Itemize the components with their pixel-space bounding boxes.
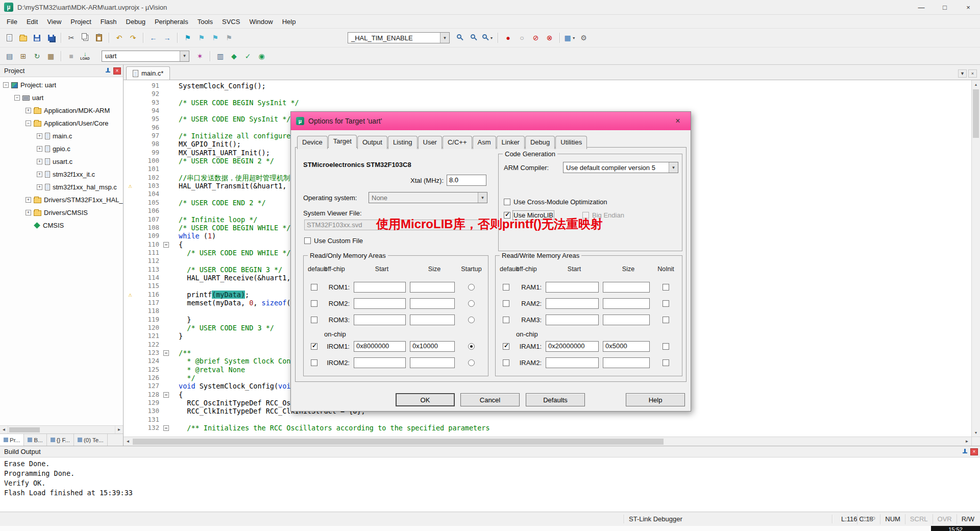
- xtal-input[interactable]: 8.0: [447, 175, 486, 186]
- tree-item-application-user-core[interactable]: −Application/User/Core: [0, 117, 123, 130]
- fold-toggle-icon[interactable]: [163, 425, 169, 431]
- rom1-startup-radio[interactable]: [468, 284, 475, 291]
- cancel-button[interactable]: Cancel: [460, 393, 520, 406]
- ram2-default-checkbox[interactable]: [503, 300, 509, 307]
- insert-breakpoint-icon[interactable]: ●: [502, 32, 514, 44]
- bookmark-previous-icon[interactable]: ⚑: [195, 32, 208, 44]
- tree-item-drivers-stm32f1xx-hal-driver[interactable]: +Drivers/STM32F1xx_HAL_Driver: [0, 194, 123, 206]
- dialog-tab-device[interactable]: Device: [297, 136, 328, 149]
- menu-peripherals[interactable]: Peripherals: [150, 16, 193, 28]
- bookmark-clear-icon[interactable]: ⚑: [223, 32, 235, 44]
- translate-icon[interactable]: ▤: [3, 50, 16, 62]
- manage-rte-icon[interactable]: ◆: [228, 50, 240, 62]
- tree-item-project-uart[interactable]: −Project: uart: [0, 79, 123, 91]
- iram2-default-checkbox[interactable]: [503, 359, 509, 366]
- code-line-93[interactable]: 93/* USER CODE BEGIN SysInit */: [124, 99, 971, 107]
- cross-module-checkbox[interactable]: [504, 199, 510, 205]
- dialog-tab-listing[interactable]: Listing: [388, 136, 418, 149]
- irom1-default-checkbox[interactable]: [311, 343, 317, 350]
- iram2-start-input[interactable]: [546, 357, 599, 368]
- scroll-left-icon[interactable]: ◄: [0, 426, 8, 433]
- dialog-tab-user[interactable]: User: [418, 136, 442, 149]
- build-output-close-icon[interactable]: ×: [970, 448, 978, 455]
- configure-icon[interactable]: ⚙: [577, 32, 590, 44]
- irom1-start-input[interactable]: 0x8000000: [354, 341, 406, 352]
- ram1-size-input[interactable]: [603, 282, 650, 293]
- rom2-default-checkbox[interactable]: [311, 300, 317, 307]
- collapse-icon[interactable]: −: [14, 95, 20, 101]
- dialog-tab-debug[interactable]: Debug: [525, 136, 555, 149]
- manage-project-items-icon[interactable]: ▥: [214, 50, 227, 62]
- tree-item-uart[interactable]: −uart: [0, 91, 123, 104]
- search-term-combo[interactable]: _HAL_TIM_ENABLE▼: [348, 32, 450, 43]
- collapse-icon[interactable]: −: [3, 82, 9, 88]
- expand-icon[interactable]: +: [37, 184, 42, 190]
- dialog-tab-c-c[interactable]: C/C++: [443, 136, 472, 149]
- chevron-down-icon[interactable]: ▼: [440, 33, 449, 43]
- window-layout-icon[interactable]: ▦▼: [564, 32, 576, 44]
- maximize-button[interactable]: □: [933, 0, 957, 14]
- rom1-start-input[interactable]: [354, 282, 406, 293]
- irom2-start-input[interactable]: [354, 357, 406, 368]
- project-panel-close-icon[interactable]: ×: [113, 67, 121, 75]
- iram1-size-input[interactable]: 0x5000: [603, 341, 650, 352]
- bookmark-toggle-icon[interactable]: ⚑: [181, 32, 194, 44]
- ram1-default-checkbox[interactable]: [503, 284, 509, 291]
- new-file-icon[interactable]: [3, 32, 16, 44]
- rom2-startup-radio[interactable]: [468, 300, 475, 307]
- scroll-thumb[interactable]: [133, 439, 664, 445]
- arm-compiler-select[interactable]: Use default compiler version 5 ▼: [563, 162, 678, 173]
- panel-tab-f[interactable]: {} F...: [47, 434, 74, 446]
- iram1-default-checkbox[interactable]: [503, 343, 509, 350]
- scroll-down-icon[interactable]: ▼: [972, 428, 980, 437]
- menu-help[interactable]: Help: [278, 16, 301, 28]
- rom3-start-input[interactable]: [354, 315, 406, 325]
- irom2-startup-radio[interactable]: [468, 359, 475, 366]
- ram1-start-input[interactable]: [546, 282, 599, 293]
- iram2-noinit-checkbox[interactable]: [663, 359, 669, 366]
- dialog-tab-linker[interactable]: Linker: [497, 136, 525, 149]
- fold-toggle-icon[interactable]: [163, 392, 169, 398]
- ram2-start-input[interactable]: [546, 298, 599, 309]
- bookmark-next-icon[interactable]: ⚑: [209, 32, 222, 44]
- tree-item-main-c[interactable]: +main.c: [0, 130, 123, 142]
- scroll-right-icon[interactable]: ►: [115, 426, 123, 433]
- tree-item-stm32f1xx-it-c[interactable]: +stm32f1xx_it.c: [0, 168, 123, 181]
- expand-icon[interactable]: +: [37, 133, 42, 139]
- use-custom-file-checkbox[interactable]: [304, 237, 311, 244]
- cut-icon[interactable]: ✂: [65, 32, 78, 44]
- paste-icon[interactable]: [92, 32, 105, 44]
- ram2-noinit-checkbox[interactable]: [663, 300, 669, 307]
- find-in-files-icon[interactable]: [454, 32, 467, 44]
- expand-icon[interactable]: +: [26, 210, 31, 215]
- select-packs-icon[interactable]: ✓: [241, 50, 254, 62]
- menu-project[interactable]: Project: [66, 16, 95, 28]
- expand-icon[interactable]: +: [26, 108, 31, 113]
- chevron-down-icon[interactable]: ▼: [669, 162, 678, 173]
- find-icon[interactable]: [468, 32, 480, 44]
- code-line-131[interactable]: 131: [124, 416, 971, 424]
- cross-module-checkbox-row[interactable]: Use Cross-Module Optimization: [504, 198, 607, 206]
- rebuild-icon[interactable]: ↻: [31, 50, 43, 62]
- disable-all-breakpoints-icon[interactable]: ⊘: [529, 32, 542, 44]
- menu-file[interactable]: File: [2, 16, 22, 28]
- menu-tools[interactable]: Tools: [193, 16, 217, 28]
- irom2-default-checkbox[interactable]: [311, 359, 317, 366]
- rom2-size-input[interactable]: [410, 298, 455, 309]
- scroll-thumb[interactable]: [9, 427, 40, 432]
- irom2-size-input[interactable]: [410, 357, 455, 368]
- editor-hscrollbar[interactable]: ◄ ►: [124, 437, 980, 446]
- build-output-log[interactable]: Erase Done.Programming Done.Verify OK.Fl…: [0, 457, 980, 512]
- editor-vscrollbar[interactable]: ▲ ▼: [971, 80, 980, 437]
- expand-icon[interactable]: +: [37, 172, 42, 177]
- project-panel-hscrollbar[interactable]: ◄ ►: [0, 425, 123, 433]
- chevron-down-icon[interactable]: ▼: [180, 51, 189, 61]
- tree-item-drivers-cmsis[interactable]: +Drivers/CMSIS: [0, 206, 123, 219]
- close-button[interactable]: ×: [957, 0, 980, 14]
- enable-breakpoint-icon[interactable]: ○: [516, 32, 528, 44]
- rom1-default-checkbox[interactable]: [311, 284, 317, 291]
- irom1-startup-radio[interactable]: [468, 343, 475, 350]
- tree-item-application-mdk-arm[interactable]: +Application/MDK-ARM: [0, 104, 123, 117]
- dialog-tab-asm[interactable]: Asm: [473, 136, 496, 149]
- fold-toggle-icon[interactable]: [163, 350, 169, 356]
